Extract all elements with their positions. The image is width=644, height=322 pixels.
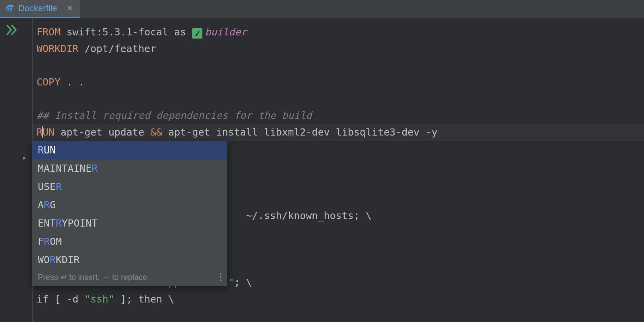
keyword-as: as bbox=[174, 26, 186, 38]
item-highlight: R bbox=[44, 199, 50, 211]
code-line: FROM swift:5.3.1-focal as builder bbox=[33, 24, 644, 41]
tab-label: Dockerfile bbox=[18, 3, 57, 14]
item-pre: A bbox=[38, 199, 44, 211]
run-gutter-icon[interactable] bbox=[6, 25, 18, 35]
dockerfile-icon bbox=[6, 4, 14, 13]
autocomplete-hint: Press ↵ to insert, → to replace bbox=[38, 272, 147, 282]
comment: ## Install required dependencies for the… bbox=[37, 110, 312, 121]
code-line bbox=[33, 57, 644, 74]
close-icon[interactable]: ✕ bbox=[67, 4, 73, 13]
item-highlight: R bbox=[56, 181, 62, 192]
item-pre: WO bbox=[38, 254, 50, 266]
cmd-tail: ; \ bbox=[234, 277, 252, 288]
item-post: YPOINT bbox=[62, 217, 97, 229]
item-pre: MAINTAINE bbox=[38, 163, 91, 174]
item-pre: ENT bbox=[38, 217, 56, 229]
code-line: WORKDIR /opt/feather bbox=[33, 41, 644, 57]
autocomplete-popup: RUN MAINTAINER USER ARG ENTRYPOINT FROM … bbox=[32, 141, 227, 286]
tab-bar: Dockerfile ✕ bbox=[0, 0, 644, 18]
operator: && bbox=[150, 126, 162, 138]
keyword-workdir: WORKDIR bbox=[37, 43, 78, 54]
autocomplete-item[interactable]: MAINTAINER bbox=[32, 159, 227, 178]
item-pre: USE bbox=[38, 181, 56, 192]
fold-arrow-icon[interactable]: ▸ bbox=[22, 153, 27, 162]
item-post: KDIR bbox=[56, 254, 80, 266]
autocomplete-item[interactable]: ARG bbox=[32, 196, 227, 214]
stage-name: builder bbox=[205, 26, 246, 38]
autocomplete-item[interactable]: ENTRYPOINT bbox=[32, 214, 227, 233]
autocomplete-footer: Press ↵ to insert, → to replace bbox=[32, 269, 227, 286]
keyword-run: RUN bbox=[37, 126, 54, 138]
copy-args: . . bbox=[66, 76, 84, 88]
item-highlight: R bbox=[91, 163, 97, 174]
item-post: UN bbox=[44, 144, 56, 156]
keyword-copy: COPY bbox=[37, 76, 60, 88]
code-line: ## Install required dependencies for the… bbox=[33, 107, 644, 124]
more-options-icon[interactable] bbox=[220, 273, 221, 281]
item-post: G bbox=[50, 199, 56, 211]
workdir-path: /opt/feather bbox=[84, 43, 156, 54]
item-post: OM bbox=[50, 236, 62, 247]
code-line-current: RUN apt-get update && apt-get install li… bbox=[33, 124, 644, 141]
item-pre: F bbox=[38, 236, 44, 247]
tab-dockerfile[interactable]: Dockerfile ✕ bbox=[0, 0, 80, 18]
cmd-text: apt-get install libxml2-dev libsqlite3-d… bbox=[162, 126, 437, 138]
item-highlight: R bbox=[50, 254, 56, 266]
item-highlight: R bbox=[56, 217, 62, 229]
autocomplete-item[interactable]: RUN bbox=[32, 141, 227, 159]
cmd-tail: ~/.ssh/known_hosts; \ bbox=[246, 210, 372, 221]
autocomplete-item[interactable]: WORKDIR bbox=[32, 251, 227, 269]
keyword-from: FROM bbox=[37, 26, 60, 38]
autocomplete-item[interactable]: FROM bbox=[32, 233, 227, 251]
hammer-icon bbox=[192, 28, 202, 39]
code-line: if [ -d "ssh" ]; then \ bbox=[33, 291, 644, 308]
string-literal: "ssh" bbox=[84, 293, 114, 305]
autocomplete-item[interactable]: USER bbox=[32, 178, 227, 196]
code-line: COPY . . bbox=[33, 74, 644, 91]
svg-rect-2 bbox=[9, 9, 10, 10]
run-typed-char: R bbox=[37, 126, 43, 138]
code-line bbox=[33, 91, 644, 107]
image-ref: swift:5.3.1-focal bbox=[66, 26, 168, 38]
cmd-text: ]; then \ bbox=[114, 293, 175, 305]
svg-rect-1 bbox=[7, 9, 8, 10]
cmd-text: apt-get update bbox=[60, 126, 150, 138]
item-highlight: R bbox=[38, 144, 44, 156]
cmd-text: if [ -d bbox=[37, 293, 84, 305]
run-remainder: UN bbox=[43, 126, 54, 138]
svg-rect-3 bbox=[9, 7, 10, 8]
item-highlight: R bbox=[44, 236, 50, 247]
